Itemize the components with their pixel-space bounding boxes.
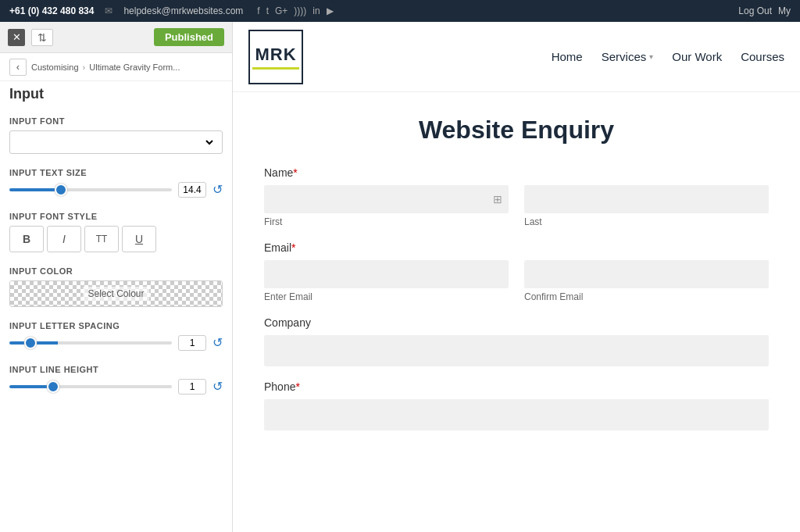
breadcrumb-text: Customising › Ultimate Gravity Form... <box>31 62 180 72</box>
name-field-group: Name* ⊞ First Last <box>264 166 769 227</box>
main-layout: ✕ ⇅ Published ‹ Customising › Ultimate G… <box>0 22 800 532</box>
linkedin-icon[interactable]: in <box>312 5 320 16</box>
input-font-select[interactable] <box>9 130 223 154</box>
published-button[interactable]: Published <box>154 28 224 46</box>
last-label: Last <box>524 216 769 227</box>
first-name-col: ⊞ First <box>264 185 509 227</box>
last-name-input[interactable] <box>524 185 769 213</box>
company-input[interactable] <box>264 335 769 366</box>
input-font-style-label: INPUT FONT STYLE <box>9 212 223 221</box>
select-colour-label: Select Colour <box>83 287 148 301</box>
breadcrumb-crumb1: Customising <box>31 62 79 72</box>
input-letter-spacing-label: INPUT LETTER SPACING <box>9 321 223 330</box>
input-text-size-row: 14.4 ↺ <box>9 182 223 198</box>
input-color-label: INPUT COLOR <box>9 266 223 276</box>
input-font-style-section: INPUT FONT STYLE B I TT U <box>9 212 223 252</box>
form-title: Website Enquiry <box>264 116 769 145</box>
close-button[interactable]: ✕ <box>8 29 25 46</box>
enter-email-input[interactable] <box>264 260 509 288</box>
breadcrumb-row: ‹ Customising › Ultimate Gravity Form... <box>0 53 232 81</box>
first-label: First <box>264 216 509 227</box>
input-letter-spacing-row: 1 ↺ <box>9 335 223 351</box>
email-label: Email* <box>264 241 769 254</box>
input-text-size-value: 14.4 <box>178 182 206 198</box>
confirm-email-label: Confirm Email <box>524 291 769 302</box>
breadcrumb-arrow: › <box>83 62 88 72</box>
phone-input[interactable] <box>264 399 769 430</box>
input-font-dropdown[interactable] <box>16 136 216 149</box>
top-bar: +61 (0) 432 480 834 ✉ helpdesk@mrkwebsit… <box>0 0 800 22</box>
input-line-height-row: 1 ↺ <box>9 379 223 395</box>
nav-home[interactable]: Home <box>552 50 583 63</box>
input-line-height-slider[interactable] <box>9 385 172 388</box>
input-font-section: INPUT FONT <box>9 116 223 154</box>
name-label: Name* <box>264 166 769 179</box>
nav-links: Home Services ▾ Our Work Courses <box>552 50 784 63</box>
name-row: ⊞ First Last <box>264 185 769 227</box>
logo-text: MRK <box>255 45 296 65</box>
input-text-size-slider[interactable] <box>9 188 172 191</box>
name-required: * <box>293 166 297 179</box>
sort-button[interactable]: ⇅ <box>31 29 53 46</box>
email-row: Enter Email Confirm Email <box>264 260 769 302</box>
input-text-size-label: INPUT TEXT SIZE <box>9 168 223 177</box>
input-line-height-section: INPUT LINE HEIGHT 1 ↺ <box>9 365 223 395</box>
input-letter-spacing-section: INPUT LETTER SPACING 1 ↺ <box>9 321 223 351</box>
input-letter-spacing-slider[interactable] <box>9 341 172 345</box>
social-icons-group: f t G+ )))) in ▶ <box>257 5 333 16</box>
font-style-row: B I TT U <box>9 226 223 252</box>
underline-button[interactable]: U <box>122 226 156 252</box>
input-color-picker[interactable]: Select Colour <box>9 280 223 307</box>
input-text-size-reset[interactable]: ↺ <box>212 184 223 196</box>
my-link[interactable]: My <box>778 5 791 16</box>
input-line-height-reset[interactable]: ↺ <box>212 380 223 393</box>
input-letter-spacing-value: 1 <box>178 335 206 351</box>
nav-our-work[interactable]: Our Work <box>672 50 722 63</box>
input-text-size-section: INPUT TEXT SIZE 14.4 ↺ <box>9 168 223 198</box>
right-content: MRK Home Services ▾ Our Work Courses Web… <box>233 22 800 532</box>
input-line-height-value: 1 <box>178 379 206 395</box>
input-letter-spacing-reset[interactable]: ↺ <box>212 337 223 349</box>
email-required: * <box>291 241 295 254</box>
phone-label: Phone* <box>264 380 769 393</box>
form-area: Website Enquiry Name* ⊞ First Last <box>233 92 800 532</box>
googleplus-icon[interactable]: G+ <box>275 5 288 16</box>
youtube-icon[interactable]: ▶ <box>327 5 334 16</box>
enter-email-label: Enter Email <box>264 291 509 302</box>
input-line-height-label: INPUT LINE HEIGHT <box>9 365 223 374</box>
input-color-section: INPUT COLOR Select Colour <box>9 266 223 307</box>
breadcrumb-crumb2: Ultimate Gravity Form... <box>89 62 180 72</box>
services-arrow-icon: ▾ <box>649 52 653 61</box>
confirm-email-input[interactable] <box>524 260 769 288</box>
logo-line <box>252 67 299 70</box>
phone-field-group: Phone* <box>264 380 769 430</box>
italic-button[interactable]: I <box>47 226 81 252</box>
nav-courses[interactable]: Courses <box>741 50 784 63</box>
confirm-email-col: Confirm Email <box>524 260 769 302</box>
back-button[interactable]: ‹ <box>9 59 27 76</box>
rss-icon[interactable]: )))) <box>294 5 306 16</box>
tt-button[interactable]: TT <box>84 226 119 252</box>
auth-links: Log Out My <box>738 5 791 16</box>
panel-content: INPUT FONT INPUT TEXT SIZE 14.4 ↺ INPU <box>0 105 232 532</box>
bold-button[interactable]: B <box>9 226 44 252</box>
last-name-col: Last <box>524 185 769 227</box>
email-field-group: Email* Enter Email Confirm Email <box>264 241 769 302</box>
logo[interactable]: MRK <box>248 30 303 84</box>
twitter-icon[interactable]: t <box>266 5 269 16</box>
company-field-group: Company <box>264 316 769 366</box>
enter-email-col: Enter Email <box>264 260 509 302</box>
facebook-icon[interactable]: f <box>257 5 259 16</box>
panel-section-title: Input <box>0 81 232 105</box>
logout-link[interactable]: Log Out <box>738 5 772 16</box>
phone-number: +61 (0) 432 480 834 <box>9 5 94 16</box>
email-address: helpdesk@mrkwebsites.com <box>123 5 243 16</box>
first-name-input[interactable]: ⊞ <box>264 185 509 213</box>
company-label: Company <box>264 316 769 329</box>
nav-bar: MRK Home Services ▾ Our Work Courses <box>233 22 800 92</box>
left-panel: ✕ ⇅ Published ‹ Customising › Ultimate G… <box>0 22 233 532</box>
nav-services[interactable]: Services ▾ <box>602 50 654 63</box>
phone-required: * <box>295 380 299 393</box>
input-font-label: INPUT FONT <box>9 116 223 126</box>
panel-toolbar: ✕ ⇅ Published <box>0 22 232 53</box>
